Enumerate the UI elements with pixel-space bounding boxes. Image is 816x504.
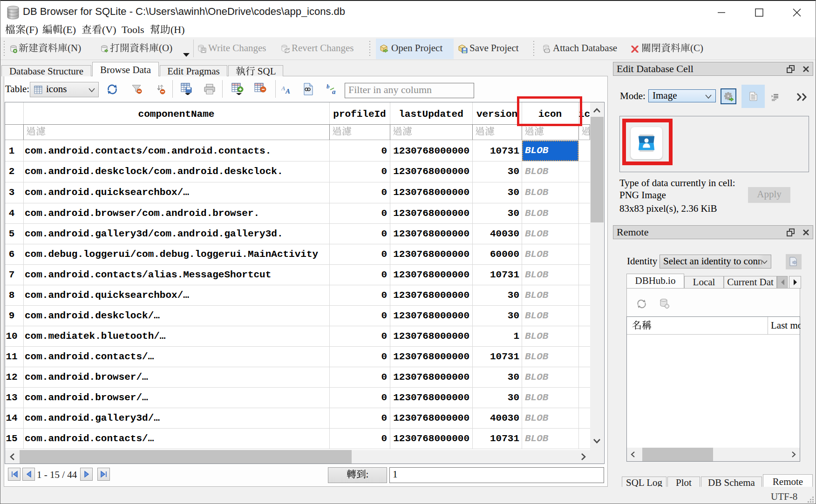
svg-text:b: b xyxy=(326,83,330,90)
svg-text:A: A xyxy=(285,87,290,94)
svg-text:A: A xyxy=(281,85,286,92)
